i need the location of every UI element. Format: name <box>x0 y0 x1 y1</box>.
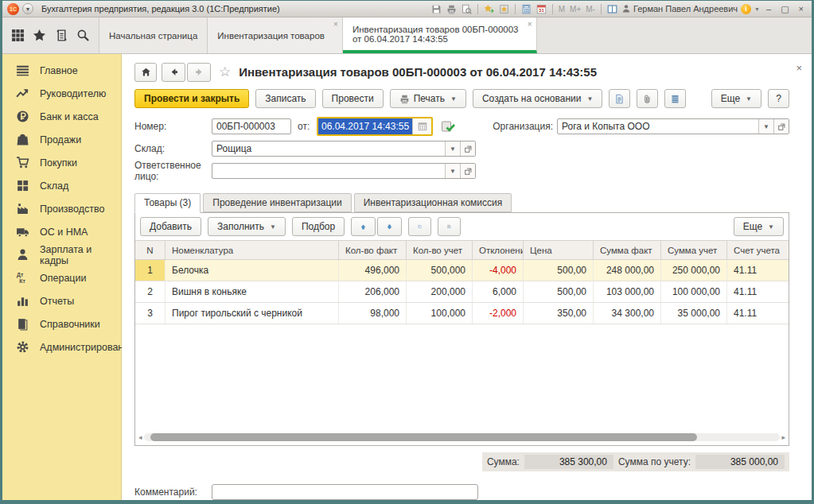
move-up-button[interactable] <box>351 217 376 236</box>
move-down-button[interactable] <box>377 217 402 236</box>
close-button[interactable]: × <box>796 4 807 14</box>
favorites-add-icon[interactable] <box>498 3 510 14</box>
scrollbar-track[interactable] <box>144 433 781 441</box>
memory-m-minus-button[interactable]: M- <box>585 5 596 14</box>
main-menu-button[interactable]: ▼ <box>22 3 33 14</box>
chevron-down-icon[interactable]: ▼ <box>758 119 773 134</box>
search-icon[interactable] <box>76 29 90 42</box>
forward-button[interactable] <box>187 63 211 82</box>
current-user[interactable]: Герман Павел Андреевич <box>621 4 738 14</box>
calendar-icon[interactable] <box>536 3 547 14</box>
save-icon[interactable] <box>430 3 442 14</box>
responsible-person-combo[interactable]: ▼ <box>212 163 476 179</box>
column-header-account[interactable]: Счет учета <box>727 241 789 259</box>
post-and-close-button[interactable]: Провести и закрыть <box>134 89 249 108</box>
sidebar-item-production[interactable]: Производство <box>2 197 121 220</box>
tab-inventory-carrying[interactable]: Проведение инвентаризации <box>203 193 351 212</box>
history-icon[interactable] <box>55 29 68 42</box>
column-header-sum-accounting[interactable]: Сумма учет <box>661 241 727 259</box>
cell-price[interactable]: 500,00 <box>524 260 594 281</box>
sidebar-item-purchases[interactable]: Покупки <box>2 151 121 174</box>
favorite-star-icon[interactable]: ☆ <box>219 64 231 80</box>
split-window-icon[interactable] <box>606 3 618 14</box>
pick-button[interactable]: Подбор <box>292 217 345 236</box>
related-documents-button[interactable] <box>664 89 686 108</box>
cell-sum-accounting[interactable]: 250 000,00 <box>661 260 727 281</box>
cell-price[interactable]: 350,00 <box>524 303 594 324</box>
sidebar-item-operations[interactable]: ДтКтОперации <box>2 266 121 289</box>
form-close-icon[interactable]: × <box>796 62 802 74</box>
sidebar-item-main[interactable]: Главное <box>2 59 121 82</box>
calculator-icon[interactable] <box>520 3 532 14</box>
cell-sum-fact[interactable]: 103 000,00 <box>594 281 661 302</box>
create-based-on-button[interactable]: Создать на основании▼ <box>473 89 602 108</box>
tab-inventory-commission[interactable]: Инвентаризационная комиссия <box>354 193 512 212</box>
close-tab-icon[interactable]: × <box>528 20 532 29</box>
cell-qty-accounting[interactable]: 200,000 <box>407 281 473 302</box>
minimize-button[interactable]: – <box>763 4 774 14</box>
sidebar-item-manager[interactable]: Руководителю <box>2 82 121 105</box>
column-header-qty-fact[interactable]: Кол-во факт <box>339 241 407 259</box>
favorites-go-icon[interactable] <box>483 3 495 14</box>
warehouse-combo[interactable]: Рощица ▼ <box>212 141 476 157</box>
tab-inventory-document[interactable]: Инвентаризация товаров 00БП-000003 от 06… <box>343 17 537 53</box>
table-more-button[interactable]: Еще▼ <box>734 217 784 236</box>
help-button[interactable]: ? <box>768 89 789 108</box>
cell-deviation[interactable]: -2,000 <box>473 303 524 324</box>
table-row[interactable]: 1 Белочка 496,000 500,000 -4,000 500,00 … <box>135 260 789 281</box>
calendar-picker-icon[interactable] <box>412 118 431 134</box>
sidebar-item-warehouse[interactable]: Склад <box>2 174 121 197</box>
sidebar-item-salary-hr[interactable]: Зарплата и кадры <box>2 243 121 266</box>
functions-menu-icon[interactable] <box>11 29 25 42</box>
post-button[interactable]: Провести <box>322 89 384 108</box>
cell-qty-fact[interactable]: 496,000 <box>339 260 407 281</box>
paste-button[interactable] <box>438 217 461 236</box>
cell-nomenclature[interactable]: Вишня в коньяке <box>166 281 339 302</box>
chevron-down-icon[interactable]: ▼ <box>754 6 760 12</box>
print-preview-icon[interactable] <box>461 3 473 14</box>
number-input[interactable]: 00БП-000003 <box>212 118 291 134</box>
more-button[interactable]: Еще▼ <box>711 89 761 108</box>
cell-account[interactable]: 41.11 <box>727 281 789 302</box>
fill-button[interactable]: Заполнить▼ <box>208 217 286 236</box>
scroll-left-icon[interactable]: ◂ <box>138 433 142 441</box>
home-button[interactable] <box>134 63 157 82</box>
cell-price[interactable]: 500,00 <box>524 281 594 302</box>
back-button[interactable] <box>162 63 185 82</box>
write-button[interactable]: Записать <box>255 89 315 108</box>
attachments-button[interactable] <box>637 89 658 108</box>
sidebar-item-os-nma[interactable]: ОС и НМА <box>2 220 121 243</box>
tab-goods[interactable]: Товары (3) <box>134 193 201 213</box>
open-link-icon[interactable] <box>773 119 789 134</box>
column-header-qty-accounting[interactable]: Кол-во учет <box>407 241 473 259</box>
sidebar-item-reports[interactable]: Отчеты <box>2 289 121 312</box>
cell-deviation[interactable]: 6,000 <box>473 281 524 302</box>
open-link-icon[interactable] <box>460 164 475 178</box>
cell-deviation[interactable]: -4,000 <box>473 260 524 281</box>
chevron-down-icon[interactable]: ▼ <box>445 142 460 156</box>
cell-sum-accounting[interactable]: 100 000,00 <box>661 281 727 302</box>
column-header-deviation[interactable]: Отклонение <box>473 241 524 259</box>
close-tab-icon[interactable]: × <box>333 20 338 29</box>
scroll-right-icon[interactable]: ▸ <box>781 433 785 441</box>
horizontal-scrollbar[interactable]: ◂ ▸ <box>138 432 785 443</box>
date-input[interactable]: 06.04.2017 14:43:55 <box>317 117 433 136</box>
cell-sum-fact[interactable]: 34 300,00 <box>594 303 661 324</box>
favorites-icon[interactable] <box>33 29 46 42</box>
column-header-nomenclature[interactable]: Номенклатура <box>166 241 339 259</box>
cell-qty-fact[interactable]: 206,000 <box>339 281 407 302</box>
cell-sum-accounting[interactable]: 35 000,00 <box>661 303 727 324</box>
chevron-down-icon[interactable]: ▼ <box>445 164 460 178</box>
organization-combo[interactable]: Рога и Копыта ООО ▼ <box>557 118 789 134</box>
tab-start-page[interactable]: Начальная страница <box>99 17 208 53</box>
sidebar-item-sales[interactable]: Продажи <box>2 128 121 151</box>
cell-account[interactable]: 41.11 <box>727 260 789 281</box>
cell-qty-fact[interactable]: 98,000 <box>339 303 407 324</box>
column-header-n[interactable]: N <box>135 241 166 259</box>
sidebar-item-directories[interactable]: Справочники <box>2 312 121 335</box>
column-header-price[interactable]: Цена <box>524 241 594 259</box>
inventory-list-button[interactable] <box>609 89 630 108</box>
open-link-icon[interactable] <box>460 142 475 156</box>
column-header-sum-fact[interactable]: Сумма факт <box>594 241 661 259</box>
cell-qty-accounting[interactable]: 500,000 <box>407 260 473 281</box>
